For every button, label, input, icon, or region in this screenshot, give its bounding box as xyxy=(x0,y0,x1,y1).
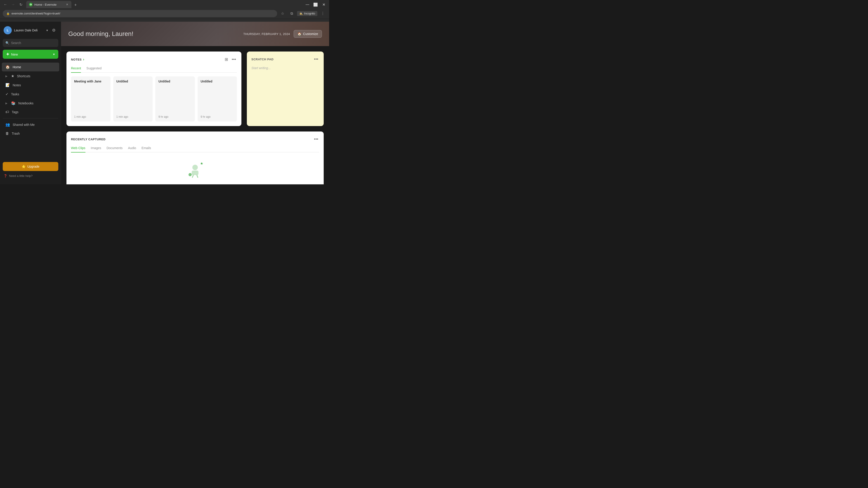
rc-card-title: RECENTLY CAPTURED xyxy=(71,138,105,141)
user-name: Lauren Dale Deli xyxy=(14,29,44,32)
sidebar-header: L Lauren Dale Deli ▾ ⚙ xyxy=(0,24,61,36)
sidebar-divider xyxy=(3,118,58,119)
user-avatar: L xyxy=(4,26,12,34)
settings-button[interactable]: ⚙ xyxy=(50,27,57,34)
evernote-favicon: E xyxy=(29,3,33,6)
rc-tab-emails[interactable]: Emails xyxy=(142,146,151,153)
help-icon: ❓ xyxy=(4,174,7,177)
scratch-pad-more-button[interactable]: ••• xyxy=(313,56,319,63)
new-button[interactable]: ✚ New ▾ xyxy=(3,50,58,59)
notes-add-button[interactable]: ⊞ xyxy=(224,56,229,63)
notes-card-header: NOTES › ⊞ ••• xyxy=(71,56,237,63)
rc-tab-documents[interactable]: Documents xyxy=(106,146,123,153)
tags-icon: 🏷 xyxy=(5,110,9,114)
customize-icon: 🏠 xyxy=(298,32,301,36)
shortcuts-expand-icon: ▶ xyxy=(5,74,7,78)
svg-rect-3 xyxy=(192,170,198,175)
customize-label: Customize xyxy=(303,32,318,36)
notes-arrow-icon[interactable]: › xyxy=(83,57,84,61)
nav-refresh-button[interactable]: ↻ xyxy=(17,1,24,8)
scratch-pad-title: SCRATCH PAD xyxy=(251,58,274,61)
notes-more-button[interactable]: ••• xyxy=(231,56,237,63)
nav-item-tags-label: Tags xyxy=(12,110,19,114)
help-link[interactable]: ❓ Need a little help? xyxy=(3,173,58,179)
note-card-3[interactable]: Untitled 9 hr ago xyxy=(197,76,237,122)
note-title-3: Untitled xyxy=(201,79,234,83)
svg-text:E: E xyxy=(30,4,31,6)
user-dropdown-icon[interactable]: ▾ xyxy=(46,29,48,32)
greeting-text: Good morning, Lauren! xyxy=(68,30,133,37)
content-area: NOTES › ⊞ ••• Recent Suggested M xyxy=(61,46,329,184)
sidebar-item-shortcuts[interactable]: ▶ ★ Shortcuts xyxy=(2,72,59,80)
note-title-0: Meeting with Jane xyxy=(74,79,107,83)
rc-content: ★ xyxy=(71,156,319,183)
sidebar-item-notes[interactable]: 📝 Notes xyxy=(2,80,59,90)
nav-item-home-label: Home xyxy=(13,65,21,69)
browser-chrome: ← → ↻ E Home - Evernote ✕ + — ⬜ ✕ 🔒 ever… xyxy=(0,0,329,22)
notes-card: NOTES › ⊞ ••• Recent Suggested M xyxy=(66,52,241,126)
notebooks-icon: 📚 xyxy=(11,101,16,105)
scratch-pad-content[interactable]: Start writing... xyxy=(251,66,319,70)
scratch-pad-header: SCRATCH PAD ••• xyxy=(251,56,319,63)
nav-forward-button[interactable]: → xyxy=(9,1,17,8)
note-title-1: Untitled xyxy=(116,79,150,83)
sidebar-nav: 🏠 Home ▶ ★ Shortcuts 📝 Notes ✓ Tasks ▶ 📚… xyxy=(0,62,61,159)
home-icon: 🏠 xyxy=(5,65,10,69)
tab-close-button[interactable]: ✕ xyxy=(66,2,69,6)
nav-item-trash-label: Trash xyxy=(12,132,20,135)
search-placeholder: Search xyxy=(11,41,21,45)
tab-recent[interactable]: Recent xyxy=(71,66,81,73)
close-window-button[interactable]: ✕ xyxy=(320,1,327,8)
sidebar-item-tasks[interactable]: ✓ Tasks xyxy=(2,90,59,98)
address-bar[interactable]: 🔒 evernote.com/client/web?login=true#/ xyxy=(3,10,277,17)
split-screen-button[interactable]: ⧉ xyxy=(288,10,295,17)
lock-icon: 🔒 xyxy=(6,12,10,15)
rc-more-button[interactable]: ••• xyxy=(313,136,319,142)
search-bar[interactable]: 🔍 Search xyxy=(3,39,58,47)
browser-menu-button[interactable]: ⋮ xyxy=(319,10,327,17)
maximize-button[interactable]: ⬜ xyxy=(312,1,319,8)
notes-tabs: Recent Suggested xyxy=(71,66,237,73)
sidebar-item-tags[interactable]: 🏷 Tags xyxy=(2,108,59,116)
note-time-2: 9 hr ago xyxy=(158,115,192,119)
incognito-label: Incognito xyxy=(304,12,315,15)
nav-item-shortcuts-label: Shortcuts xyxy=(17,74,30,78)
note-card-1[interactable]: Untitled 1 min ago xyxy=(113,76,153,122)
sidebar-item-notebooks[interactable]: ▶ 📚 Notebooks xyxy=(2,99,59,107)
address-bar-row: 🔒 evernote.com/client/web?login=true#/ ☆… xyxy=(0,8,329,19)
svg-point-5 xyxy=(188,173,192,176)
empty-state-illustration: ★ xyxy=(186,161,204,179)
help-text: Need a little help? xyxy=(9,174,33,177)
shared-icon: 👥 xyxy=(5,123,10,127)
rc-tab-audio[interactable]: Audio xyxy=(128,146,136,153)
note-card-2[interactable]: Untitled 9 hr ago xyxy=(155,76,195,122)
note-time-3: 9 hr ago xyxy=(201,115,234,119)
nav-back-button[interactable]: ← xyxy=(2,1,9,8)
incognito-badge[interactable]: 🕵 Incognito xyxy=(297,11,317,16)
new-tab-button[interactable]: + xyxy=(72,2,79,8)
note-card-0[interactable]: Meeting with Jane 1 min ago xyxy=(71,76,111,122)
svg-text:★: ★ xyxy=(200,162,203,165)
upgrade-icon: ⭐ xyxy=(22,165,26,168)
nav-item-notebooks-label: Notebooks xyxy=(18,101,33,105)
sidebar-item-home[interactable]: 🏠 Home xyxy=(2,63,59,71)
sidebar-footer: ⭐ Upgrade ❓ Need a little help? xyxy=(0,159,61,182)
tab-suggested[interactable]: Suggested xyxy=(86,66,101,73)
browser-tab-active[interactable]: E Home - Evernote ✕ xyxy=(26,1,71,8)
notes-icon: 📝 xyxy=(5,83,10,87)
notes-card-actions: ⊞ ••• xyxy=(224,56,237,63)
bookmark-button[interactable]: ☆ xyxy=(279,10,286,17)
scratch-pad: SCRATCH PAD ••• Start writing... xyxy=(247,52,324,126)
rc-tab-images[interactable]: Images xyxy=(91,146,101,153)
header-right: THURSDAY, FEBRUARY 1, 2024 🏠 Customize xyxy=(243,30,322,38)
tab-bar: ← → ↻ E Home - Evernote ✕ + — ⬜ ✕ xyxy=(0,0,329,8)
sidebar-item-trash[interactable]: 🗑 Trash xyxy=(2,129,59,138)
rc-tab-web-clips[interactable]: Web Clips xyxy=(71,146,86,153)
sidebar-item-shared[interactable]: 👥 Shared with Me xyxy=(2,120,59,129)
sidebar: L Lauren Dale Deli ▾ ⚙ 🔍 Search ✚ New ▾ … xyxy=(0,22,61,184)
upgrade-button[interactable]: ⭐ Upgrade xyxy=(3,162,58,171)
minimize-button[interactable]: — xyxy=(304,1,311,8)
trash-icon: 🗑 xyxy=(5,131,9,135)
customize-button[interactable]: 🏠 Customize xyxy=(293,30,322,38)
new-button-plus: ✚ xyxy=(6,52,9,56)
